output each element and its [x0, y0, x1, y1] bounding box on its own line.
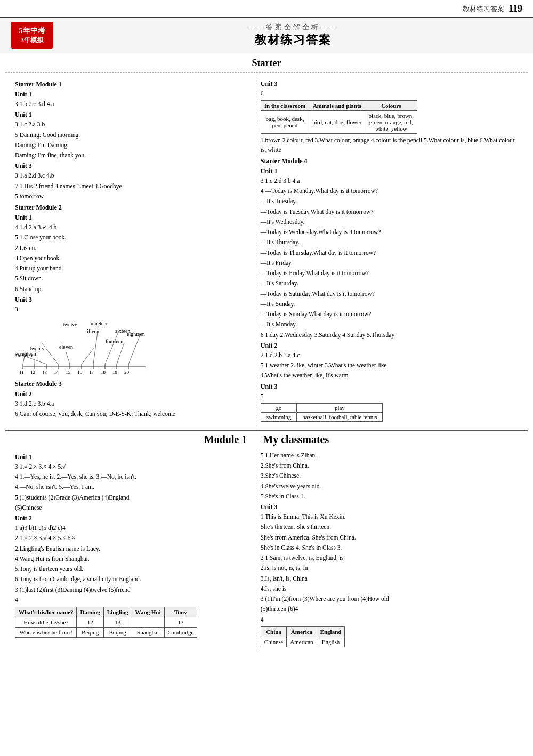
sm4-u1-line2: 6 1.day 2.Wednesday 3.Saturday 4.Sunday …	[261, 331, 518, 340]
starter-title: Starter	[5, 58, 528, 69]
sm1-u1-line2: 3 1.c 2.a 3.b	[15, 120, 252, 129]
sm3-u2-line1: 3 1.d 2.c 3.b 4.a	[15, 399, 252, 408]
sm3-heading: Starter Module 3	[15, 380, 252, 388]
sm1-u3-line2: 7 1.His 2.friend 3.names 3.meet 4.Goodby…	[15, 182, 252, 191]
starter-u3-table: In the classroom Animals and plants Colo…	[261, 100, 417, 134]
sm2-heading: Starter Module 2	[15, 204, 252, 212]
m1-td-wanghui-from: Shanghai	[132, 628, 164, 638]
m1-u3-line5: 2 1.Sam, is twelve, is, England, is	[261, 553, 518, 562]
th-animals: Animals and plants	[309, 101, 365, 111]
sm1-u1-line1: 3 1.b 2.c 3.d 4.a	[15, 100, 252, 109]
module1-left-col: Unit 1 3 1.√ 2.× 3.× 4.× 5.√ 4 1.—Yes, h…	[11, 448, 256, 653]
sm2-u1-line4: 3.Open your book.	[15, 254, 252, 263]
m1-td-tony-from: Cambridge	[164, 628, 197, 638]
word-twenty: twenty	[30, 345, 44, 351]
day-line: —Today is Sunday.What day is it tomorrow…	[261, 310, 518, 319]
m1u3-td-chinese: Chinese	[261, 637, 286, 647]
word-twelve: twelve	[63, 321, 77, 327]
sm4-u2-line2: 5 1.weather 2.like, winter 3.What's the …	[261, 361, 518, 370]
th-classroom: In the classroom	[261, 101, 309, 111]
m1-r-line5: 5.She's in Class 1.	[261, 492, 518, 501]
m1-u3-table-container: China America England Chinese American E…	[261, 626, 518, 647]
num-18: 18	[101, 369, 106, 375]
m1u3-th-england: England	[317, 626, 345, 637]
m1-u3-line11: 4	[261, 615, 518, 624]
svg-line-19	[128, 335, 140, 364]
m1u3-td-english: English	[317, 637, 345, 647]
m1-u2-heading: Unit 2	[15, 514, 252, 522]
m1-td-wanghui-age	[132, 617, 164, 628]
m1-u1-line5: (5)Chinese	[15, 503, 252, 512]
sm1-u1-line5: Daming: I'm fine, thank you.	[15, 151, 252, 160]
day-line: —Today is Wednesday.What day is it tomor…	[261, 228, 518, 237]
sm2-u1-line3: 2.Listen.	[15, 244, 252, 253]
m1u3-th-china: China	[261, 626, 286, 637]
td-animals-items: bird, cat, dog, flower	[309, 111, 365, 134]
m1-u2-line6: 6.Tony is from Cambridge, a small city i…	[15, 575, 252, 584]
m1-u2-table: What's his/her name? Daming Lingling Wan…	[15, 607, 197, 638]
m1-th-lingling: Lingling	[103, 607, 132, 617]
sm4-heading: Starter Module 4	[261, 157, 518, 165]
svg-line-14	[66, 351, 70, 364]
day-line: —Today is Friday.What day is it tomorrow…	[261, 269, 518, 278]
svg-line-15	[82, 348, 94, 364]
m1-th-wanghui: Wang Hui	[132, 607, 164, 617]
m1-td-lingling-age: 13	[103, 617, 132, 628]
header-label: 教材练习答案	[463, 4, 504, 14]
m1-u3-line9: 3 (1)I'm (2)from (3)Where are you from (…	[261, 594, 518, 604]
num-20: 20	[124, 369, 129, 375]
sm1-u1-line3: 5 Daming: Good morning.	[15, 131, 252, 140]
td-go: go	[261, 403, 296, 412]
m1-u3-line3: She's from America. She's from China.	[261, 533, 518, 542]
m1-th-tony: Tony	[164, 607, 197, 617]
m1-u1-line2: 4 1.—Yes, he is. 2.—Yes, she is. 3.—No, …	[15, 472, 252, 481]
svg-line-16	[93, 332, 98, 364]
m1-r-line1: 5 1.Her name is Zihan.	[261, 451, 518, 460]
word-fourteen: fourteen	[106, 339, 123, 344]
m1-u2-line7: 3 (1)last (2)first (3)Daming (4)twelve (…	[15, 585, 252, 594]
sm4-u2-line1: 2 1.d 2.b 3.a 4.c	[261, 351, 518, 360]
m1-u2-line2: 2 1.× 2.× 3.√ 4.× 5.× 6.×	[15, 534, 252, 543]
sm4-u2-heading: Unit 2	[261, 342, 518, 350]
sm4-u2-line3: 4.What's the weather like, It's warm	[261, 371, 518, 380]
sm1-u1-heading: Unit 1	[15, 91, 252, 99]
num-11: 11	[19, 369, 24, 375]
td-ball-sports: basketball, football, table tennis	[297, 412, 383, 421]
m1-th-daming: Daming	[77, 607, 103, 617]
page-header: 教材练习答案 119	[0, 0, 533, 18]
sr-u3-answers: 1.brown 2.colour, red 3.What colour, ora…	[261, 136, 518, 155]
day-line: —It's Wednesday.	[261, 218, 518, 227]
svg-line-18	[117, 343, 124, 364]
m1-r-line4: 4.She's twelve years old.	[261, 482, 518, 491]
sm4-u3-line1: 5	[261, 392, 518, 401]
sm3-u2-heading: Unit 2	[15, 390, 252, 398]
days-container: 4 —Today is Monday.What day is it tomorr…	[261, 187, 518, 329]
m1-u3-line2: She's thirteen. She's thirteen.	[261, 522, 518, 532]
num-15: 15	[66, 369, 70, 375]
num-16: 16	[77, 369, 82, 375]
m1-u2-table-container: What's his/her name? Daming Lingling Wan…	[15, 607, 252, 638]
module1-subtitle: My classmates	[263, 433, 329, 446]
banner-subtitle: ——答案全解全析——	[64, 22, 522, 32]
m1-td-daming-age: 12	[77, 617, 103, 628]
day-line: —It's Monday.	[261, 320, 518, 329]
day-line: —It's Thursday.	[261, 238, 518, 247]
logo-line2: 3年模拟	[21, 36, 43, 45]
page-number: 119	[508, 3, 522, 14]
td-swimming: swimming	[261, 412, 296, 421]
sm2-u3-heading: Unit 3	[15, 296, 252, 304]
module1-title: Module 1	[204, 433, 247, 446]
sm2-u1-line5: 4.Put up your hand.	[15, 264, 252, 273]
sr-u3-heading: Unit 3	[261, 80, 518, 88]
word-fifteen: fifteen	[85, 328, 99, 334]
sm2-u1-line1: 4 1.d 2.a 3.✓ 4.b	[15, 223, 252, 232]
sm3-u2-line2: 6 Can; of course; you, desk; Can you; D-…	[15, 409, 252, 419]
number-diagram: seventeen twenty thirteen twelve eleven …	[15, 316, 154, 377]
m1-u3-line10: (5)thirteen (6)4	[261, 605, 518, 614]
day-line: —It's Sunday.	[261, 300, 518, 309]
day-line: —It's Tuesday.	[261, 197, 518, 206]
day-line: —Today is Tuesday.What day is it tomorro…	[261, 207, 518, 216]
num-12: 12	[30, 369, 35, 375]
m1-u1-line1: 3 1.√ 2.× 3.× 4.× 5.√	[15, 462, 252, 471]
m1-u2-line8: 4	[15, 596, 252, 605]
